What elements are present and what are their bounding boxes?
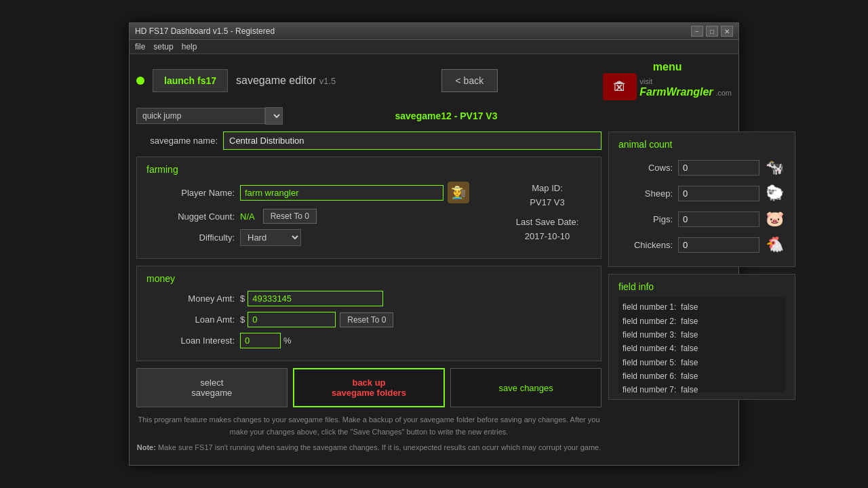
close-button[interactable]: ✕ bbox=[721, 26, 733, 37]
last-save-value: 2017-10-10 bbox=[525, 231, 570, 241]
window-title: HD FS17 Dashboard v1.5 - Registered bbox=[135, 26, 275, 36]
menu-file[interactable]: file bbox=[135, 42, 145, 52]
brand-name: FarmWrangler bbox=[639, 86, 713, 98]
map-info: Map ID: PV17 V3 Last Save Date: 2017-10-… bbox=[503, 182, 591, 243]
pigs-input[interactable] bbox=[678, 211, 760, 227]
visit-label: visit bbox=[639, 76, 732, 86]
loan-amt-label: Loan Amt: bbox=[146, 314, 235, 325]
loan-interest-label: Loan Interest: bbox=[146, 336, 235, 346]
chickens-input[interactable] bbox=[678, 237, 760, 253]
difficulty-row: Difficulty: Easy Normal Hard bbox=[146, 229, 469, 246]
select-savegame-button[interactable]: selectsavegame bbox=[136, 368, 288, 407]
nugget-count-row: Nugget Count: N/A Reset To 0 bbox=[146, 209, 469, 224]
savegame-name-input[interactable] bbox=[223, 131, 601, 150]
maximize-button[interactable]: □ bbox=[706, 26, 718, 37]
header-left: launch fs17 savegame editor v1.5 bbox=[136, 69, 336, 92]
menu-setup[interactable]: setup bbox=[153, 42, 173, 52]
farm-icon: 🏚 bbox=[603, 73, 637, 100]
launch-button[interactable]: launch fs17 bbox=[153, 69, 228, 92]
backup-button[interactable]: back upsavegame folders bbox=[293, 368, 446, 407]
field-6: field number 6: false bbox=[623, 369, 781, 383]
field-7: field number 7: false bbox=[623, 383, 781, 392]
notice-main: This program feature makes changes to yo… bbox=[136, 414, 601, 438]
farming-section: farming Player Name: 🧑‍🌾 Nugget Co bbox=[136, 157, 601, 259]
right-panel: animal count Cows: 🐄 Sheep: 🐑 bbox=[608, 131, 795, 458]
nugget-count-label: Nugget Count: bbox=[146, 211, 235, 222]
chickens-label: Chickens: bbox=[618, 240, 673, 250]
nugget-value: N/A bbox=[240, 211, 255, 222]
pigs-label: Pigs: bbox=[618, 214, 673, 224]
menu-help[interactable]: help bbox=[182, 42, 197, 52]
last-save-label: Last Save Date: bbox=[516, 217, 579, 227]
minimize-button[interactable]: − bbox=[691, 26, 703, 37]
farmwrangler-logo: 🏚 visit FarmWrangler .com bbox=[603, 73, 732, 100]
sheep-label: Sheep: bbox=[618, 188, 673, 199]
farming-title: farming bbox=[146, 164, 591, 175]
sheep-row: Sheep: 🐑 bbox=[618, 182, 785, 204]
pigs-row: Pigs: 🐷 bbox=[618, 208, 785, 230]
savegame-name-row: savegame name: bbox=[136, 131, 601, 150]
dollar-sign-2: $ bbox=[240, 314, 245, 325]
menu-bar: file setup help bbox=[130, 40, 738, 54]
notice-area: This program feature makes changes to yo… bbox=[136, 414, 601, 454]
nugget-reset-button[interactable]: Reset To 0 bbox=[263, 209, 317, 224]
chicken-icon: 🐔 bbox=[764, 234, 785, 256]
menu-label[interactable]: menu bbox=[653, 61, 682, 73]
status-dot bbox=[136, 77, 144, 85]
farming-fields: Player Name: 🧑‍🌾 Nugget Count: N/A Reset… bbox=[146, 182, 469, 251]
cows-row: Cows: 🐄 bbox=[618, 157, 785, 178]
map-id-value: PV17 V3 bbox=[530, 197, 564, 207]
note-prefix: Note: bbox=[137, 443, 156, 451]
cows-input[interactable] bbox=[678, 160, 760, 176]
loan-interest-input[interactable] bbox=[240, 333, 281, 348]
field-5: field number 5: false bbox=[623, 356, 781, 369]
quick-jump-area bbox=[136, 107, 283, 125]
save-changes-button[interactable]: save changes bbox=[450, 368, 601, 407]
field-4: field number 4: false bbox=[623, 342, 781, 355]
field-2: field number 2: false bbox=[623, 314, 781, 328]
money-amt-label: Money Amt: bbox=[146, 293, 235, 304]
field-info-box: field info field number 1: false field n… bbox=[608, 274, 795, 400]
cows-label: Cows: bbox=[618, 163, 673, 173]
sheep-input[interactable] bbox=[678, 186, 760, 201]
savegame-id: savegame12 - PV17 V3 bbox=[395, 110, 498, 121]
money-amt-input[interactable] bbox=[248, 291, 383, 306]
difficulty-select[interactable]: Easy Normal Hard bbox=[240, 229, 301, 246]
dollar-sign-1: $ bbox=[240, 293, 245, 304]
difficulty-label: Difficulty: bbox=[146, 232, 235, 243]
field-3: field number 3: false bbox=[623, 328, 781, 342]
pig-icon: 🐷 bbox=[764, 208, 785, 230]
player-name-row: Player Name: 🧑‍🌾 bbox=[146, 182, 469, 203]
buttons-row: selectsavegame back upsavegame folders s… bbox=[136, 368, 601, 407]
field-info-content[interactable]: field number 1: false field number 2: fa… bbox=[618, 298, 785, 392]
quick-jump-input[interactable] bbox=[136, 108, 265, 124]
field-info-title: field info bbox=[618, 281, 785, 292]
header-row: launch fs17 savegame editor v1.5 < back … bbox=[136, 61, 732, 100]
loan-reset-button[interactable]: Reset To 0 bbox=[340, 312, 393, 327]
money-section: money Money Amt: $ Loan Amt: $ Reset To … bbox=[136, 266, 601, 361]
cow-icon: 🐄 bbox=[764, 157, 785, 178]
player-name-input[interactable] bbox=[240, 185, 443, 201]
sheep-icon: 🐑 bbox=[764, 182, 785, 204]
sub-header: savegame12 - PV17 V3 bbox=[136, 107, 732, 125]
main-content: launch fs17 savegame editor v1.5 < back … bbox=[130, 54, 738, 465]
editor-title: savegame editor v1.5 bbox=[236, 75, 336, 87]
player-name-label: Player Name: bbox=[146, 188, 235, 198]
percent-sign: % bbox=[283, 336, 292, 346]
loan-amt-row: Loan Amt: $ Reset To 0 bbox=[146, 312, 591, 327]
animal-count-box: animal count Cows: 🐄 Sheep: 🐑 bbox=[608, 131, 795, 267]
money-title: money bbox=[146, 273, 591, 284]
back-button[interactable]: < back bbox=[441, 69, 498, 92]
header-right: menu 🏚 visit FarmWrangler .com bbox=[603, 61, 732, 100]
money-amt-row: Money Amt: $ bbox=[146, 291, 591, 306]
title-bar: HD FS17 Dashboard v1.5 - Registered − □ … bbox=[130, 23, 738, 40]
loan-interest-row: Loan Interest: % bbox=[146, 333, 591, 348]
savegame-name-label: savegame name: bbox=[136, 136, 218, 146]
quick-jump-select[interactable] bbox=[265, 107, 283, 125]
player-icon: 🧑‍🌾 bbox=[448, 182, 469, 203]
farming-inline-row: Player Name: 🧑‍🌾 Nugget Count: N/A Reset… bbox=[146, 182, 591, 251]
window-controls: − □ ✕ bbox=[691, 26, 733, 37]
left-panel: savegame name: farming Player Name: 🧑‍🌾 bbox=[136, 131, 601, 458]
body-area: savegame name: farming Player Name: 🧑‍🌾 bbox=[136, 131, 732, 458]
loan-amt-input[interactable] bbox=[248, 312, 336, 327]
